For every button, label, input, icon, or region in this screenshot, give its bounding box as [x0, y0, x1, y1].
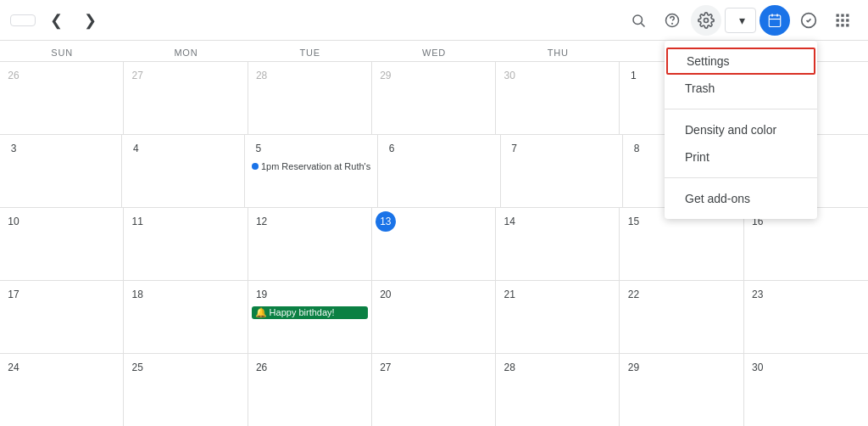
day-cell[interactable]: 26: [0, 62, 124, 134]
svg-rect-18: [846, 24, 849, 26]
day-number: 7: [504, 138, 525, 159]
svg-rect-14: [841, 19, 843, 21]
apps-button[interactable]: [827, 5, 858, 36]
day-number: 27: [376, 357, 396, 378]
day-cell[interactable]: 23: [744, 281, 868, 353]
dropdown-item-density-and-color[interactable]: Density and color: [665, 116, 817, 143]
dropdown-divider: [665, 109, 817, 109]
day-number: 24: [3, 357, 24, 378]
svg-rect-11: [841, 14, 843, 16]
search-icon: [631, 13, 646, 28]
dropdown-item-print[interactable]: Print: [665, 143, 817, 171]
svg-rect-13: [837, 19, 839, 21]
dropdown-item-trash[interactable]: Trash: [665, 75, 817, 102]
svg-line-1: [641, 23, 644, 26]
check-circle-icon: [800, 12, 817, 29]
day-cell[interactable]: 4: [122, 135, 244, 207]
day-number: 26: [3, 65, 24, 86]
day-number: 17: [3, 284, 24, 305]
chevron-down-icon: ▾: [739, 14, 745, 27]
day-cell[interactable]: 25: [124, 354, 248, 426]
day-number: 3: [3, 138, 24, 159]
day-cell[interactable]: 30: [496, 62, 620, 134]
day-number: 1: [623, 65, 643, 86]
day-number: 30: [748, 357, 768, 378]
search-button[interactable]: [623, 5, 654, 36]
day-cell[interactable]: 13: [372, 208, 496, 280]
svg-rect-17: [841, 24, 843, 26]
dropdown-item-settings[interactable]: Settings: [666, 48, 815, 75]
day-number: 29: [376, 65, 396, 86]
day-cell[interactable]: 10: [0, 208, 124, 280]
day-cell[interactable]: 19🔔 Happy birthday!: [248, 281, 372, 353]
settings-button[interactable]: [691, 5, 721, 36]
day-number: 19: [252, 284, 272, 305]
day-number: 28: [499, 357, 520, 378]
day-number: 30: [499, 65, 520, 86]
check-circle-button[interactable]: [793, 5, 824, 36]
day-number: 25: [127, 357, 147, 378]
day-cell[interactable]: 30: [744, 354, 868, 426]
day-cell[interactable]: 18: [124, 281, 248, 353]
prev-button[interactable]: ❮: [42, 7, 70, 34]
help-icon: [665, 13, 680, 28]
week-row-3: 171819🔔 Happy birthday!20212223: [0, 281, 868, 354]
day-cell[interactable]: 29: [620, 354, 743, 426]
day-header-sun: SUN: [0, 41, 124, 61]
day-cell[interactable]: 27: [372, 354, 496, 426]
dropdown-divider: [665, 177, 817, 178]
day-number: 14: [499, 211, 520, 232]
event[interactable]: 🔔 Happy birthday!: [252, 306, 368, 319]
today-button[interactable]: [10, 14, 36, 26]
day-number: 8: [626, 138, 647, 159]
month-selector-button[interactable]: ▾: [725, 8, 756, 33]
next-button[interactable]: ❯: [76, 7, 103, 34]
day-header-tue: TUE: [248, 41, 372, 61]
day-cell[interactable]: 11: [124, 208, 248, 280]
day-cell[interactable]: 22: [620, 281, 743, 353]
day-number: 6: [381, 138, 402, 159]
day-number: 20: [376, 284, 396, 305]
day-number: 13: [376, 211, 396, 232]
header-right: ▾: [623, 5, 858, 36]
day-cell[interactable]: 12: [248, 208, 372, 280]
day-number: 10: [3, 211, 24, 232]
day-header-thu: THU: [496, 41, 620, 61]
day-cell[interactable]: 27: [124, 62, 248, 134]
day-number: 18: [127, 284, 147, 305]
day-cell[interactable]: 28: [496, 354, 620, 426]
day-cell[interactable]: 28: [248, 62, 372, 134]
day-cell[interactable]: 24: [0, 354, 124, 426]
help-button[interactable]: [657, 5, 687, 36]
day-cell[interactable]: 51pm Reservation at Ruth's: [245, 135, 378, 207]
day-cell[interactable]: 7: [501, 135, 623, 207]
svg-rect-5: [769, 15, 781, 27]
gear-icon: [698, 12, 715, 29]
day-cell[interactable]: 20: [372, 281, 496, 353]
day-cell[interactable]: 26: [248, 354, 372, 426]
day-cell[interactable]: 14: [496, 208, 620, 280]
dropdown-item-get-add-ons[interactable]: Get add-ons: [665, 185, 817, 212]
day-number: 23: [748, 284, 768, 305]
day-cell[interactable]: 3: [0, 135, 122, 207]
svg-point-0: [633, 15, 643, 25]
day-number: 5: [248, 138, 269, 159]
day-header-wed: WED: [372, 41, 496, 61]
day-number: 4: [125, 138, 146, 159]
event-dot-icon: [252, 163, 259, 170]
day-number: 28: [252, 65, 272, 86]
day-number: 11: [127, 211, 147, 232]
day-cell[interactable]: 17: [0, 281, 124, 353]
event[interactable]: 1pm Reservation at Ruth's: [248, 160, 374, 172]
day-number: 21: [499, 284, 520, 305]
header: ❮ ❯ ▾: [0, 0, 868, 41]
calendar-view-button[interactable]: [760, 5, 790, 36]
day-number: 12: [252, 211, 272, 232]
day-header-mon: MON: [124, 41, 248, 61]
svg-rect-16: [837, 24, 839, 26]
day-cell[interactable]: 21: [496, 281, 620, 353]
day-cell[interactable]: 6: [378, 135, 500, 207]
day-number: 26: [252, 357, 272, 378]
day-number: 29: [623, 357, 643, 378]
day-cell[interactable]: 29: [372, 62, 496, 134]
